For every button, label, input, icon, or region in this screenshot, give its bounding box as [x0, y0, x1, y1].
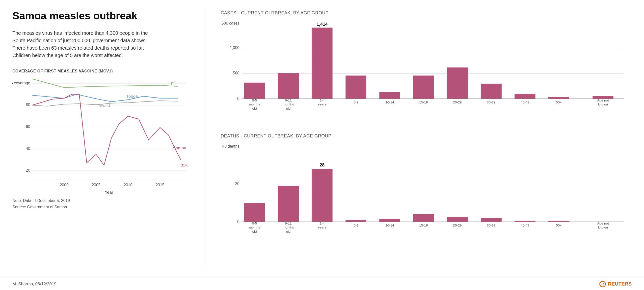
svg-rect-65	[346, 220, 366, 222]
svg-text:World: World	[99, 103, 110, 108]
svg-rect-61	[312, 169, 333, 222]
svg-text:60: 60	[26, 124, 30, 129]
svg-text:5-9: 5-9	[354, 224, 358, 227]
description-text: The measles virus has infected more than…	[12, 29, 151, 59]
line-chart: 100% coverage 80 60 40 20 2000 2005 2010…	[12, 76, 191, 195]
svg-text:known: known	[598, 102, 608, 106]
svg-text:40: 40	[26, 146, 30, 151]
svg-text:years: years	[318, 225, 326, 229]
svg-rect-67	[380, 219, 400, 222]
svg-text:15-19: 15-19	[419, 100, 428, 104]
svg-text:2000: 2000	[60, 183, 68, 187]
svg-text:Age not: Age not	[597, 222, 609, 225]
svg-rect-71	[447, 217, 468, 222]
svg-text:0: 0	[237, 96, 240, 101]
svg-text:31%: 31%	[181, 163, 188, 167]
footer: M. Sharma, 06/12/2019 R REUTERS	[0, 277, 644, 290]
chart-note: Note: Data till December 5, 2019 Source:…	[12, 198, 196, 210]
svg-rect-53	[244, 203, 265, 222]
svg-text:20: 20	[235, 182, 240, 186]
svg-text:20-29: 20-29	[453, 100, 462, 104]
page-title: Samoa measles outbreak	[12, 10, 196, 22]
svg-text:28: 28	[320, 163, 325, 168]
svg-text:40 deaths: 40 deaths	[222, 144, 239, 148]
svg-text:80: 80	[26, 103, 30, 107]
svg-text:20-29: 20-29	[453, 224, 462, 227]
svg-text:2005: 2005	[92, 183, 100, 187]
svg-text:5-9: 5-9	[354, 100, 358, 104]
svg-text:10-14: 10-14	[386, 100, 394, 104]
svg-text:50+: 50+	[556, 224, 562, 227]
svg-text:old: old	[286, 107, 290, 110]
bar-50plus	[548, 97, 569, 99]
bar-20-29	[447, 67, 468, 99]
svg-text:old: old	[252, 230, 256, 233]
svg-text:1,414: 1,414	[316, 22, 328, 27]
svg-text:100% coverage: 100% coverage	[12, 81, 30, 85]
svg-text:20: 20	[26, 168, 30, 172]
svg-text:30-39: 30-39	[487, 224, 496, 227]
svg-text:2010: 2010	[124, 183, 132, 187]
line-chart-title: COVERAGE OF FIRST MEASLES VACCINE (MCV1)	[12, 69, 196, 73]
reuters-icon: R	[600, 281, 606, 287]
svg-text:2015: 2015	[156, 183, 164, 187]
svg-text:15-19: 15-19	[419, 224, 428, 227]
svg-text:years: years	[318, 102, 326, 106]
footer-credit: M. Sharma, 06/12/2019	[12, 281, 56, 286]
svg-text:0: 0	[237, 220, 240, 224]
svg-text:Tonga: Tonga	[126, 94, 138, 99]
svg-text:Samoa: Samoa	[173, 146, 186, 150]
deaths-bar-chart: 40 deaths 20 0 0-5 months old 6-11 month…	[221, 144, 632, 244]
svg-rect-77	[548, 221, 569, 222]
svg-text:10-14: 10-14	[386, 224, 394, 227]
svg-text:0-5: 0-5	[252, 222, 257, 225]
bar-10-14	[380, 92, 400, 99]
svg-text:30-39: 30-39	[487, 100, 496, 104]
svg-text:months: months	[283, 225, 294, 229]
svg-rect-57	[278, 186, 299, 222]
svg-text:months: months	[249, 102, 260, 106]
svg-text:old: old	[286, 230, 290, 233]
bar-6-11months	[278, 73, 299, 99]
svg-rect-75	[515, 221, 536, 222]
bar-40-49	[515, 94, 536, 99]
svg-text:6-11: 6-11	[285, 98, 292, 102]
bar-30-39	[481, 84, 502, 99]
svg-text:Age not: Age not	[597, 98, 609, 102]
svg-text:0-5: 0-5	[252, 98, 257, 102]
svg-text:old: old	[252, 107, 256, 110]
bar-5-9	[346, 76, 366, 99]
cases-bar-chart: 1,500 cases 1,000 500 0 0-5 months old	[221, 21, 632, 120]
svg-text:months: months	[249, 225, 260, 229]
bar-1-4years	[312, 28, 333, 99]
svg-text:1,500 cases: 1,500 cases	[221, 21, 240, 25]
bar-15-19	[413, 76, 434, 99]
svg-text:6-11: 6-11	[285, 222, 292, 225]
deaths-chart-section: DEATHS - CURRENT OUTBREAK, BY AGE GROUP …	[221, 133, 632, 244]
svg-text:known: known	[598, 225, 608, 229]
svg-rect-73	[481, 218, 502, 222]
svg-text:1-4: 1-4	[320, 222, 325, 225]
deaths-heading: DEATHS - CURRENT OUTBREAK, BY AGE GROUP	[221, 133, 632, 139]
svg-text:40-49: 40-49	[521, 224, 529, 227]
bar-0-5months	[244, 83, 265, 99]
svg-text:1,000: 1,000	[230, 46, 240, 50]
svg-rect-69	[413, 214, 434, 222]
cases-chart-section: CASES - CURRENT OUTBREAK, BY AGE GROUP 1…	[221, 10, 632, 120]
cases-heading: CASES - CURRENT OUTBREAK, BY AGE GROUP	[221, 10, 632, 16]
svg-text:1-4: 1-4	[320, 98, 325, 102]
svg-text:500: 500	[233, 71, 240, 75]
reuters-logo: R REUTERS	[600, 281, 632, 287]
svg-text:months: months	[283, 102, 294, 106]
svg-text:Fiji: Fiji	[171, 82, 176, 86]
svg-text:40-49: 40-49	[521, 100, 529, 104]
svg-text:50+: 50+	[556, 100, 562, 104]
svg-text:Year: Year	[105, 190, 114, 195]
